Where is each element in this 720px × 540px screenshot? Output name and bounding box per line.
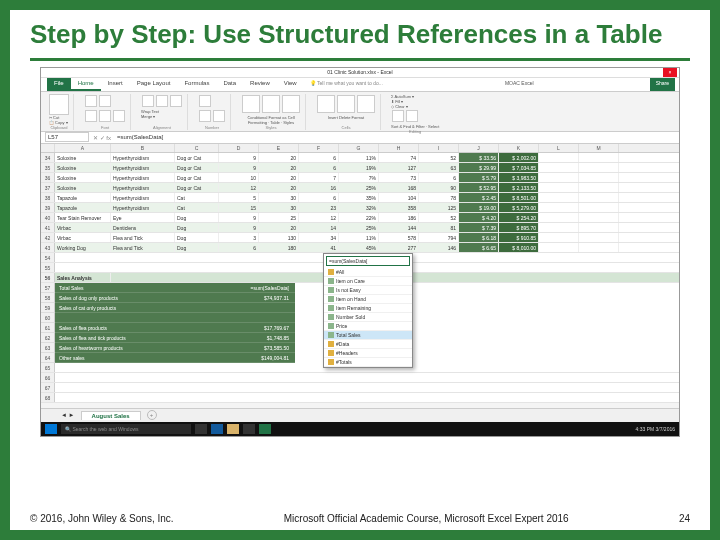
copyright: © 2016, John Wiley & Sons, Inc. (30, 513, 174, 524)
analysis-row[interactable]: Sales of cat only products (55, 303, 295, 313)
table-row[interactable]: 37 SoloxineHyperthyroidismDog or Cat 122… (41, 183, 679, 193)
group-alignment: Wrap TextMerge ▾ Alignment (137, 94, 188, 130)
analysis-row[interactable]: Sales of flea and tick products$1,748.85 (55, 333, 295, 343)
analysis-row[interactable]: Sales of flea products$17,769.67 (55, 323, 295, 333)
select-all[interactable] (41, 144, 55, 152)
table-row[interactable]: 40 Tear Stain RemoverEyeDog 92512 22%186… (41, 213, 679, 223)
dropdown-option[interactable]: #Headers (324, 349, 412, 358)
taskbar-search[interactable]: 🔍 Search the web and Windows (61, 424, 191, 434)
excel-icon[interactable] (259, 424, 271, 434)
name-box[interactable]: L57 (45, 132, 89, 142)
font-size[interactable] (99, 95, 111, 107)
format-button[interactable] (357, 95, 375, 113)
taskbar-clock[interactable]: 4:33 PM 3/7/2016 (636, 426, 675, 432)
analysis-row[interactable] (55, 313, 295, 323)
format-table-button[interactable] (262, 95, 280, 113)
col-header[interactable]: L (539, 144, 579, 152)
column-icon (328, 278, 334, 284)
font-select[interactable] (85, 95, 97, 107)
col-header[interactable]: J (459, 144, 499, 152)
percent-button[interactable] (213, 110, 225, 122)
edge-icon[interactable] (211, 424, 223, 434)
tab-view[interactable]: View (277, 78, 304, 91)
col-header[interactable]: H (379, 144, 419, 152)
taskview-icon[interactable] (195, 424, 207, 434)
analysis-row[interactable]: Total Sales=sum(SalesData[ (55, 283, 295, 293)
store-icon[interactable] (243, 424, 255, 434)
analysis-row[interactable]: Sales of heartworm products$73,585.50 (55, 343, 295, 353)
group-cells: Insert Delete Format Cells (312, 94, 381, 130)
delete-button[interactable] (337, 95, 355, 113)
close-icon[interactable]: × (663, 68, 677, 77)
cond-format-button[interactable] (242, 95, 260, 113)
sheet-tabs: ◄ ► August Sales + (41, 408, 679, 422)
nav-icon[interactable]: ◄ ► (61, 412, 75, 418)
dropdown-option[interactable]: Item Remaining (324, 304, 412, 313)
insert-button[interactable] (317, 95, 335, 113)
cell-styles-button[interactable] (282, 95, 300, 113)
table-row[interactable]: 34 SoloxineHyperthyroidismDog or Cat 920… (41, 153, 679, 163)
col-header[interactable]: F (299, 144, 339, 152)
share-button[interactable]: Share (650, 78, 675, 91)
tab-file[interactable]: File (47, 78, 71, 91)
col-header[interactable]: K (499, 144, 539, 152)
table-row[interactable]: 38 TapazoleHyperthyroidismCat 5306 35%10… (41, 193, 679, 203)
table-row[interactable]: 35 SoloxineHyperthyroidismDog or Cat 920… (41, 163, 679, 173)
underline-button[interactable] (113, 110, 125, 122)
group-font: Font (80, 94, 131, 130)
currency-button[interactable] (199, 110, 211, 122)
analysis-row[interactable]: Other sales$149,004.81 (55, 353, 295, 363)
col-header[interactable]: C (175, 144, 219, 152)
align-button[interactable] (170, 95, 182, 107)
dropdown-option[interactable]: Is not Easy (324, 286, 412, 295)
tab-data[interactable]: Data (216, 78, 243, 91)
italic-button[interactable] (99, 110, 111, 122)
start-icon[interactable] (45, 424, 57, 434)
dropdown-option[interactable]: #All (324, 268, 412, 277)
number-format[interactable] (199, 95, 211, 107)
field-icon (328, 341, 334, 347)
table-row[interactable]: 42 VirbacFlea and TickDog 313034 11%5787… (41, 233, 679, 243)
align-button[interactable] (156, 95, 168, 107)
window-title: 01 Clinic Solution.xlsx - Excel (327, 69, 392, 75)
sheet-tab-active[interactable]: August Sales (81, 411, 141, 420)
sort-filter-button[interactable] (392, 110, 404, 122)
ribbon-tabs: File Home Insert Page Layout Formulas Da… (41, 78, 679, 92)
col-header[interactable]: B (111, 144, 175, 152)
col-header[interactable]: E (259, 144, 299, 152)
table-row[interactable]: 41 VirbacDenticlensDog 92014 25%14481 $ … (41, 223, 679, 233)
col-header[interactable]: D (219, 144, 259, 152)
analysis-row[interactable]: Sales of dog only products$74,937.31 (55, 293, 295, 303)
align-button[interactable] (142, 95, 154, 107)
structured-ref-dropdown[interactable]: =sum(SalesData[ #All Item on Care Is not… (323, 253, 413, 368)
dropdown-option[interactable]: Price (324, 322, 412, 331)
dropdown-option[interactable]: #Totals (324, 358, 412, 367)
signin-label[interactable]: MOAC Excel (501, 78, 538, 91)
paste-button[interactable] (49, 94, 69, 115)
fx-icon[interactable]: ✕ ✓ fx (93, 134, 111, 141)
col-header[interactable]: G (339, 144, 379, 152)
dropdown-option[interactable]: Number Sold (324, 313, 412, 322)
tell-me[interactable]: 💡 Tell me what you want to do... (304, 78, 389, 91)
bold-button[interactable] (85, 110, 97, 122)
table-row[interactable]: 43 Working DogFlea and TickDog 618041 45… (41, 243, 679, 253)
dropdown-option[interactable]: Item on Hand (324, 295, 412, 304)
dropdown-option[interactable]: #Data (324, 340, 412, 349)
find-select-button[interactable] (406, 110, 418, 122)
dropdown-option[interactable]: Item on Care (324, 277, 412, 286)
tab-home[interactable]: Home (71, 78, 101, 91)
dropdown-option[interactable]: Total Sales (324, 331, 412, 340)
tab-review[interactable]: Review (243, 78, 277, 91)
tab-page-layout[interactable]: Page Layout (130, 78, 178, 91)
table-row[interactable]: 36 SoloxineHyperthyroidismDog or Cat 102… (41, 173, 679, 183)
tab-formulas[interactable]: Formulas (177, 78, 216, 91)
col-header[interactable]: A (55, 144, 111, 152)
windows-taskbar: 🔍 Search the web and Windows 4:33 PM 3/7… (41, 422, 679, 436)
formula-input[interactable]: =sum(SalesData[ (115, 133, 675, 141)
table-row[interactable]: 39 TapazoleHyperthyroidismCat 153023 32%… (41, 203, 679, 213)
col-header[interactable]: I (419, 144, 459, 152)
tab-insert[interactable]: Insert (101, 78, 130, 91)
explorer-icon[interactable] (227, 424, 239, 434)
col-header[interactable]: M (579, 144, 619, 152)
new-sheet-button[interactable]: + (147, 410, 157, 420)
